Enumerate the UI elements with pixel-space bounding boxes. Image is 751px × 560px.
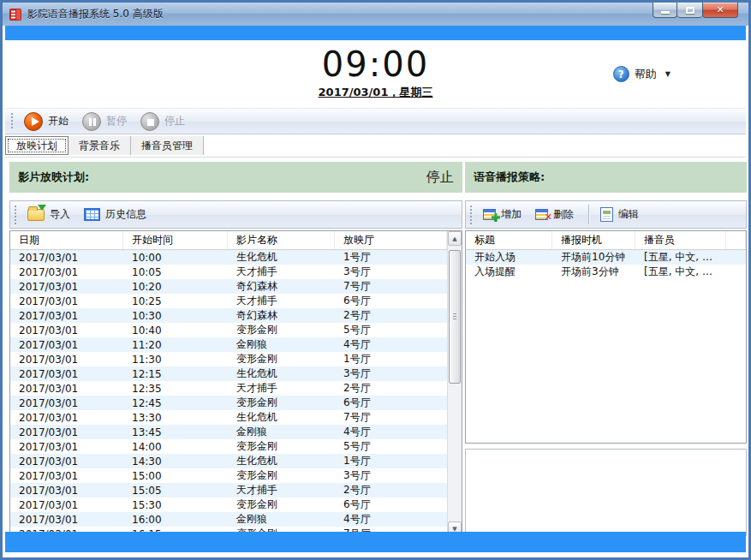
table-cell: 10:40 [123, 323, 228, 337]
table-cell: 2017/03/01 [10, 308, 123, 323]
column-header-theater[interactable]: 放映厅 [335, 231, 447, 249]
strategy-toolbar: 增加 ✕ 删除 编辑 [465, 200, 747, 229]
column-header-filler [726, 231, 746, 249]
table-cell: 生化危机 [228, 366, 335, 381]
table-cell: 生化危机 [228, 454, 335, 468]
table-cell: 2017/03/01 [10, 294, 123, 308]
history-label: 历史信息 [105, 207, 146, 222]
table-row[interactable]: 2017/03/0111:20金刚狼4号厅 [10, 337, 447, 352]
table-cell: 天才捕手 [228, 265, 335, 279]
table-cell: 1号厅 [335, 352, 447, 366]
tab-label: 放映计划 [16, 139, 57, 153]
table-cell: 生化危机 [228, 250, 335, 265]
table-cell: 2017/03/01 [10, 439, 123, 454]
scrollbar-thumb[interactable] [449, 250, 461, 384]
screening-table: 日期 开始时间 影片名称 放映厅 2017/03/0110:00生化危机1号厅2… [9, 230, 462, 537]
toolbar-grip [469, 205, 473, 224]
table-row[interactable]: 2017/03/0110:20奇幻森林7号厅 [10, 279, 447, 294]
table-cell: 开场前10分钟 [552, 250, 635, 265]
tab-strip: 放映计划 背景音乐 播音员管理 [5, 134, 746, 157]
table-row[interactable]: 2017/03/0110:05天才捕手3号厅 [10, 265, 447, 279]
table-cell: 2017/03/01 [10, 250, 123, 265]
history-button[interactable]: 历史信息 [79, 206, 155, 223]
add-button[interactable]: 增加 [478, 206, 530, 223]
table-cell: 7号厅 [335, 279, 447, 294]
table-row[interactable]: 2017/03/0115:05天才捕手2号厅 [10, 483, 447, 497]
x-icon: ✕ [545, 213, 552, 222]
column-header-broadcast-time[interactable]: 播报时机 [552, 231, 635, 249]
table-row[interactable]: 2017/03/0110:30奇幻森林2号厅 [10, 308, 447, 323]
table-row[interactable]: 2017/03/0113:45金刚狼4号厅 [10, 425, 447, 439]
clock-header: 09:00 2017/03/01，星期三 ? 帮助 ▼ [5, 40, 746, 108]
table-row[interactable]: 2017/03/0112:15生化危机3号厅 [10, 366, 447, 381]
table-row[interactable]: 入场提醒开场前3分钟[五星, 中文, … [466, 265, 746, 279]
table-row[interactable]: 2017/03/0115:30变形金刚6号厅 [10, 497, 447, 512]
help-button[interactable]: ? 帮助 ▼ [613, 66, 671, 82]
vertical-scrollbar[interactable]: ▲ ▼ [447, 231, 462, 536]
column-header-announcer[interactable]: 播音员 [635, 231, 726, 249]
tab-announcer-management[interactable]: 播音员管理 [131, 136, 204, 155]
table-row[interactable]: 2017/03/0114:30生化危机1号厅 [10, 454, 447, 468]
table-cell: 12:15 [123, 366, 228, 381]
app-icon [9, 8, 22, 21]
table-cell: 变形金刚 [228, 352, 335, 366]
table-cell: 1号厅 [335, 250, 447, 265]
table-row[interactable]: 2017/03/0110:00生化危机1号厅 [10, 250, 447, 265]
table-cell: 2017/03/01 [10, 381, 123, 396]
table-cell: 5号厅 [335, 439, 447, 454]
table-row[interactable]: 2017/03/0112:45变形金刚6号厅 [10, 396, 447, 410]
table-row[interactable]: 2017/03/0114:00变形金刚5号厅 [10, 439, 447, 454]
table-cell: [五星, 中文, … [635, 265, 726, 279]
pause-icon [82, 112, 101, 131]
table-cell: 天才捕手 [228, 483, 335, 497]
table-row[interactable]: 2017/03/0110:40变形金刚5号厅 [10, 323, 447, 337]
clock-date: 2017/03/01，星期三 [5, 85, 746, 100]
scroll-up-icon[interactable]: ▲ [448, 231, 462, 246]
table-row[interactable]: 2017/03/0112:35天才捕手2号厅 [10, 381, 447, 396]
table-cell: 2017/03/01 [10, 483, 123, 497]
title-bar[interactable]: 影院语音播报系统 5.0 高级版 ✕ [3, 3, 748, 26]
table-cell: 13:30 [123, 410, 228, 425]
broadcast-strategy-panel: 语音播报策略: 增加 ✕ 删除 编辑 [465, 162, 747, 532]
tab-screening-plan[interactable]: 放映计划 [5, 136, 69, 155]
maximize-button[interactable] [677, 3, 702, 18]
table-body: 2017/03/0110:00生化危机1号厅2017/03/0110:05天才捕… [10, 250, 447, 536]
table-row[interactable]: 2017/03/0111:30变形金刚1号厅 [10, 352, 447, 366]
table-cell: 金刚狼 [228, 425, 335, 439]
toolbar-separator [588, 205, 589, 224]
panel-title: 影片放映计划: [18, 170, 89, 185]
table-cell: 2017/03/01 [10, 396, 123, 410]
add-label: 增加 [501, 207, 522, 222]
table-cell: 15:00 [123, 468, 228, 483]
column-header-start-time[interactable]: 开始时间 [123, 231, 228, 249]
table-row[interactable]: 2017/03/0113:30生化危机7号厅 [10, 410, 447, 425]
table-cell: 6号厅 [335, 497, 447, 512]
table-cell: 变形金刚 [228, 439, 335, 454]
table-row[interactable]: 2017/03/0110:25天才捕手6号厅 [10, 294, 447, 308]
column-header-title[interactable]: 标题 [466, 231, 552, 249]
table-row[interactable]: 2017/03/0116:00金刚狼4号厅 [10, 512, 447, 527]
tab-background-music[interactable]: 背景音乐 [69, 136, 131, 155]
table-row[interactable]: 2017/03/0115:00变形金刚3号厅 [10, 468, 447, 483]
column-header-date[interactable]: 日期 [10, 231, 123, 249]
start-button[interactable]: 开始 [19, 110, 77, 133]
tab-label: 背景音乐 [79, 139, 120, 153]
import-button[interactable]: 导入 [22, 206, 79, 223]
table-cell: 金刚狼 [228, 337, 335, 352]
table-header[interactable]: 标题 播报时机 播音员 [466, 231, 746, 250]
table-row[interactable]: 开始入场开场前10分钟[五星, 中文, … [466, 250, 746, 265]
close-button[interactable]: ✕ [702, 3, 738, 18]
help-label: 帮助 [635, 67, 657, 82]
column-header-movie-name[interactable]: 影片名称 [228, 231, 335, 249]
minimize-button[interactable] [653, 3, 677, 18]
table-cell: 开场前3分钟 [552, 265, 635, 279]
stop-button[interactable]: 停止 [135, 110, 194, 133]
playback-toolbar: 开始 暂停 停止 [5, 108, 746, 134]
edit-button[interactable]: 编辑 [595, 206, 647, 223]
table-cell: 16:00 [123, 512, 228, 527]
pause-button[interactable]: 暂停 [77, 110, 135, 133]
chevron-down-icon: ▼ [665, 70, 671, 78]
delete-button[interactable]: ✕ 删除 [530, 206, 582, 223]
table-header[interactable]: 日期 开始时间 影片名称 放映厅 [10, 231, 447, 250]
minimize-icon [661, 11, 670, 14]
